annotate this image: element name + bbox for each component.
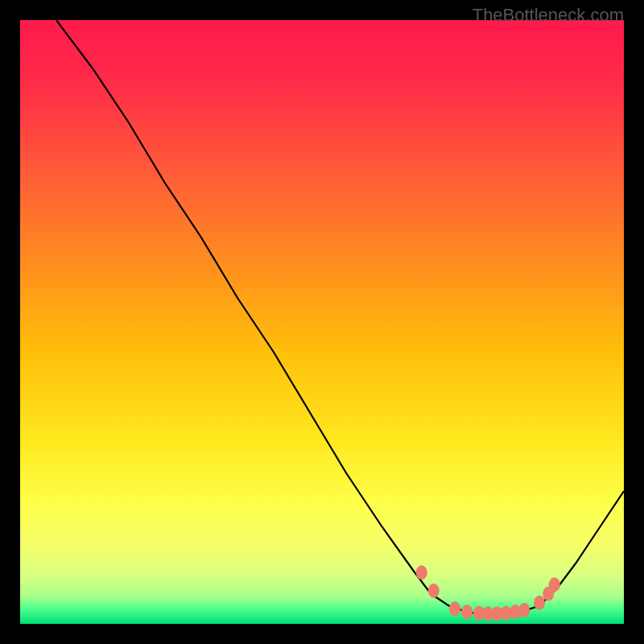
data-dot: [416, 565, 427, 580]
data-dot: [534, 596, 545, 610]
chart-container: TheBottleneck.com: [0, 0, 644, 644]
watermark-text: TheBottleneck.com: [473, 5, 624, 26]
gradient-background: [20, 20, 624, 624]
data-dot: [428, 584, 440, 598]
data-dot: [518, 603, 530, 617]
data-dot: [449, 601, 460, 616]
data-dot: [549, 577, 560, 592]
chart-svg: [20, 20, 624, 624]
plot-area: [20, 20, 624, 624]
data-dot: [461, 605, 473, 619]
